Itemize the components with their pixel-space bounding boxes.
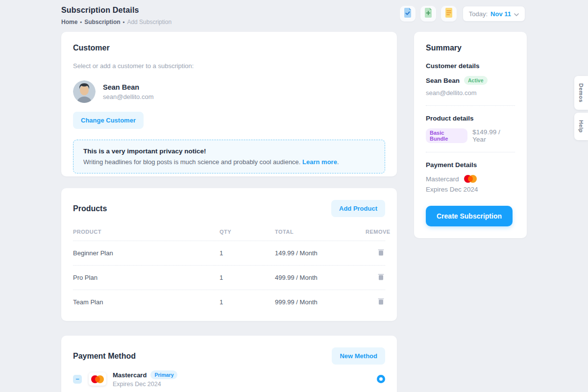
collapse-method-button[interactable]: − (73, 375, 82, 384)
customer-card-subtitle: Select or add a customer to a subscripti… (73, 62, 385, 70)
breadcrumb-dot: • (123, 19, 125, 25)
products-card-title: Products (73, 204, 107, 213)
new-method-button[interactable]: New Method (332, 347, 385, 365)
table-row: Team Plan 1 999.99 / Month (73, 290, 385, 309)
summary-sidebar: Summary Customer details Sean Bean Activ… (414, 32, 527, 238)
summary-payment-expiry: Expires Dec 2024 (426, 186, 515, 193)
breadcrumb-subscription[interactable]: Subscription (84, 19, 120, 25)
products-table: PRODUCT QTY TOTAL REMOVE Beginner Plan 1… (73, 226, 385, 309)
summary-card: Summary Customer details Sean Bean Activ… (414, 32, 527, 238)
card-brand-chip (89, 372, 106, 386)
product-name: Team Plan (73, 298, 220, 306)
product-total: 499.99 / Month (275, 274, 366, 281)
top-bar: Subscription Details Home• Subscription•… (61, 6, 525, 25)
payment-method-row: − Mastercard Primary Expires Dec 2024 (73, 370, 385, 388)
customer-card: Customer Select or add a customer to a s… (61, 32, 397, 176)
customer-name: Sean Bean (103, 83, 154, 91)
main-column: Customer Select or add a customer to a s… (61, 32, 397, 392)
create-subscription-button[interactable]: Create Subscription (426, 206, 513, 226)
summary-customer-email: sean@dellito.com (426, 89, 515, 97)
col-header-remove: REMOVE (366, 229, 385, 235)
payment-method-meta: Mastercard Primary Expires Dec 2024 (113, 370, 177, 388)
topbar-actions: Today: Nov 11 (400, 6, 525, 22)
table-row: Beginner Plan 1 149.99 / Month (73, 241, 385, 266)
summary-product-heading: Product details (426, 115, 515, 122)
summary-payment-brand: Mastercard (426, 175, 459, 183)
breadcrumb-current: Add Subscription (127, 19, 172, 25)
payment-method-card: Payment Method New Method − Mastercard P… (61, 336, 397, 392)
product-total: 149.99 / Month (275, 249, 366, 257)
trash-icon (378, 274, 384, 282)
breadcrumb-dot: • (80, 19, 82, 25)
products-card-head: Products Add Product (73, 200, 385, 217)
product-qty: 1 (220, 298, 275, 306)
summary-customer-name: Sean Bean (426, 77, 460, 84)
breadcrumb-home[interactable]: Home (61, 19, 77, 25)
notes-document-icon (444, 8, 453, 20)
remove-product-button[interactable] (377, 297, 385, 307)
remove-product-button[interactable] (377, 272, 385, 283)
method-selected-radio[interactable] (377, 375, 385, 383)
privacy-notice-text: Writing headlines for blog posts is much… (83, 158, 300, 166)
demos-tab[interactable]: Demos (574, 76, 588, 110)
trash-icon (378, 250, 384, 257)
mastercard-icon (464, 175, 477, 183)
today-label: Today: (469, 10, 488, 18)
table-row: Pro Plan 1 499.99 / Month (73, 266, 385, 290)
subscription-details-page: Subscription Details Home• Subscription•… (0, 0, 588, 392)
summary-title: Summary (426, 44, 515, 52)
customer-avatar (73, 80, 96, 103)
product-total: 999.99 / Month (275, 298, 366, 306)
page-heading: Subscription Details Home• Subscription•… (61, 6, 172, 25)
page-title: Subscription Details (61, 6, 172, 15)
basic-bundle-badge: Basic Bundle (426, 128, 467, 143)
trash-icon (378, 299, 384, 306)
privacy-notice-title: This is a very important privacy notice! (83, 147, 375, 155)
learn-more-link[interactable]: Learn more (302, 158, 337, 166)
product-name: Beginner Plan (73, 249, 220, 257)
payment-card-head: Payment Method New Method (73, 347, 385, 365)
help-tab[interactable]: Help (574, 113, 588, 140)
primary-badge: Primary (150, 370, 177, 379)
col-header-total: TOTAL (275, 229, 366, 235)
privacy-notice-body: Writing headlines for blog posts is much… (83, 158, 375, 166)
add-document-button[interactable] (420, 6, 436, 22)
customer-email: sean@dellito.com (103, 93, 154, 100)
summary-payment-heading: Payment Details (426, 161, 515, 169)
payment-card-title: Payment Method (73, 352, 136, 361)
active-badge: Active (464, 76, 488, 85)
mastercard-icon (91, 375, 104, 383)
products-card: Products Add Product PRODUCT QTY TOTAL R… (61, 188, 397, 321)
today-date-value: Nov 11 (490, 10, 511, 18)
notes-document-button[interactable] (441, 6, 457, 22)
divider (426, 105, 515, 106)
product-qty: 1 (220, 249, 275, 257)
remove-product-button[interactable] (377, 248, 385, 258)
add-document-icon (424, 8, 433, 20)
customer-card-title: Customer (73, 44, 385, 52)
check-document-button[interactable] (400, 6, 416, 22)
customer-identity: Sean Bean sean@dellito.com (103, 83, 154, 100)
card-expiry: Expires Dec 2024 (113, 381, 177, 388)
product-qty: 1 (220, 274, 275, 281)
divider (426, 152, 515, 152)
change-customer-button[interactable]: Change Customer (73, 112, 144, 129)
selected-customer: Sean Bean sean@dellito.com (73, 80, 385, 103)
col-header-qty: QTY (220, 229, 275, 235)
chevron-down-icon (514, 9, 519, 18)
summary-product-price: $149.99 / Year (472, 128, 515, 143)
products-table-header: PRODUCT QTY TOTAL REMOVE (73, 226, 385, 241)
check-document-icon (403, 8, 412, 20)
product-name: Pro Plan (73, 274, 220, 281)
col-header-product: PRODUCT (73, 229, 220, 235)
minus-icon: − (75, 375, 79, 383)
edge-tabs: Demos Help (574, 76, 588, 140)
breadcrumb: Home• Subscription• Add Subscription (61, 19, 172, 25)
notice-period: . (337, 158, 339, 166)
add-product-button[interactable]: Add Product (331, 200, 385, 217)
summary-customer-heading: Customer details (426, 62, 515, 70)
privacy-notice: This is a very important privacy notice!… (73, 140, 385, 173)
card-brand-name: Mastercard (113, 371, 147, 379)
date-picker-button[interactable]: Today: Nov 11 (463, 6, 525, 22)
